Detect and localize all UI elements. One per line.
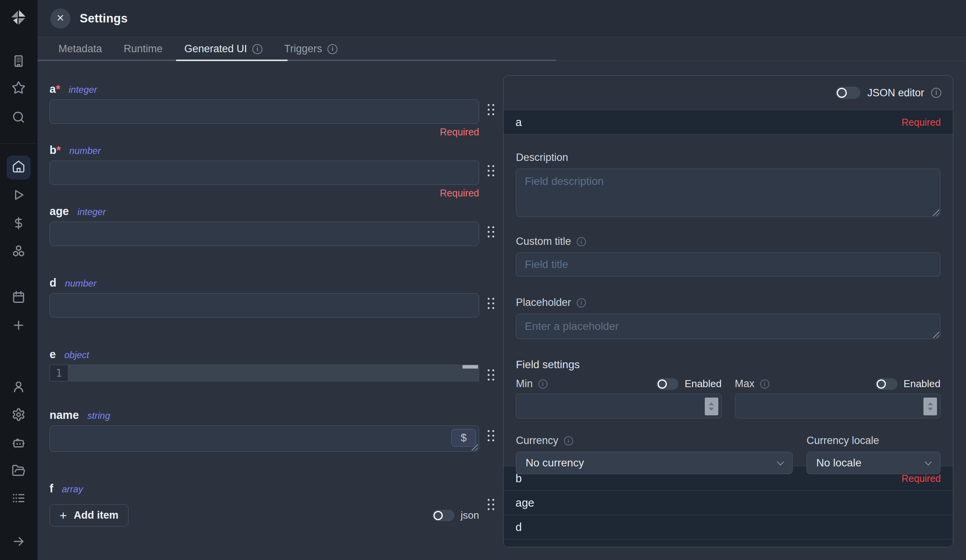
label-text: Currency — [516, 435, 558, 447]
drag-handle[interactable] — [479, 293, 502, 309]
sidebar-item-logs[interactable] — [7, 487, 31, 511]
drag-handle[interactable] — [479, 425, 502, 441]
schema-inspector-panel: JSON editor i a Required Description Fie… — [503, 75, 953, 547]
variable-picker-button[interactable]: $ — [451, 429, 476, 447]
accordion-header-a[interactable]: a Required — [504, 110, 953, 134]
grip-dots-icon — [488, 165, 494, 176]
accordion-header-age[interactable]: age — [504, 490, 953, 515]
robot-icon — [12, 436, 26, 451]
sidebar-item-search[interactable] — [7, 106, 31, 130]
editor-line-number: 1 — [50, 365, 68, 381]
drag-handle[interactable] — [479, 222, 502, 237]
accordion-field-name: a — [516, 116, 522, 129]
sidebar — [0, 0, 38, 560]
label-text: Custom title — [516, 236, 571, 248]
editor-scrollbar[interactable] — [462, 365, 478, 369]
page-title: Settings — [80, 12, 128, 26]
tab-triggers[interactable]: Triggers i — [284, 37, 337, 61]
max-enabled-toggle[interactable] — [875, 378, 897, 390]
field-textarea-name[interactable]: $ — [50, 425, 479, 452]
tab-generated-ui[interactable]: Generated UI i — [184, 37, 262, 61]
field-input-d[interactable] — [50, 293, 479, 318]
resize-grip-icon[interactable] — [932, 330, 939, 338]
tab-runtime[interactable]: Runtime — [124, 37, 163, 61]
field-label: age integer — [50, 205, 502, 218]
field-type: integer — [69, 84, 97, 95]
grip-dots-icon — [488, 499, 494, 510]
chevron-down-icon — [925, 458, 932, 465]
sidebar-item-settings[interactable] — [7, 403, 31, 427]
field-input-b[interactable] — [50, 160, 479, 185]
form-preview-pane: a* integer Required b* number — [38, 61, 503, 560]
min-number-input[interactable] — [516, 394, 722, 418]
sidebar-item-workers[interactable] — [7, 432, 31, 456]
currency-locale-select[interactable]: No locale — [807, 452, 940, 474]
accordion-header-partial[interactable] — [504, 539, 953, 547]
field-name: a — [50, 83, 56, 95]
close-button[interactable] — [50, 9, 70, 29]
field-block-e: e object 1 — [50, 348, 502, 409]
field-name: d — [50, 277, 57, 289]
logs-icon — [12, 491, 26, 507]
field-error: Required — [50, 188, 479, 198]
field-label: a* integer — [50, 83, 502, 96]
sidebar-item-workspace[interactable] — [7, 50, 31, 74]
field-type: integer — [77, 207, 106, 217]
field-editor-body: Description Field description Custom tit… — [504, 134, 953, 466]
sidebar-item-folders[interactable] — [7, 459, 31, 483]
placeholder-textarea[interactable]: Enter a placeholder — [516, 314, 940, 339]
sidebar-item-schedules[interactable] — [7, 286, 31, 310]
folder-open-icon — [12, 464, 26, 479]
tab-label: Runtime — [124, 43, 163, 55]
resize-grip-icon[interactable] — [932, 208, 939, 216]
currency-setting: Currency i No currency — [516, 435, 793, 474]
number-spinner[interactable] — [705, 398, 718, 415]
toggle-knob — [877, 379, 886, 389]
number-spinner[interactable] — [923, 398, 937, 415]
field-name: age — [50, 205, 69, 217]
add-item-button[interactable]: + Add item — [50, 504, 128, 526]
required-badge: Required — [902, 473, 941, 484]
generated-ui-content: a* integer Required b* number — [38, 61, 966, 560]
field-input-a[interactable] — [50, 99, 479, 124]
info-icon: i — [538, 379, 548, 389]
field-name: name — [50, 409, 79, 421]
currency-select[interactable]: No currency — [516, 452, 793, 474]
field-type: number — [65, 278, 96, 289]
json-mode-toggle[interactable] — [432, 510, 454, 521]
close-icon — [56, 13, 65, 24]
json-object-editor[interactable]: 1 — [50, 365, 479, 381]
sidebar-item-home[interactable] — [7, 155, 31, 179]
json-editor-label: JSON editor — [867, 87, 924, 99]
info-icon: i — [252, 44, 262, 54]
field-block-d: d number — [50, 277, 502, 328]
sidebar-item-resources[interactable] — [7, 240, 31, 264]
sidebar-item-variables[interactable] — [7, 212, 31, 236]
grip-dots-icon — [488, 298, 494, 309]
tab-label: Generated UI — [184, 43, 247, 55]
field-input-age[interactable] — [50, 222, 479, 246]
grip-dots-icon — [488, 369, 494, 381]
active-tab-underline — [176, 60, 288, 61]
sidebar-item-favorites[interactable] — [7, 77, 31, 101]
currency-settings: Currency i No currency Curren — [516, 435, 940, 474]
custom-title-label: Custom title i — [516, 236, 940, 248]
drag-handle[interactable] — [479, 365, 502, 381]
description-textarea[interactable]: Field description — [516, 169, 940, 217]
drag-handle[interactable] — [479, 160, 502, 176]
field-name: e — [50, 348, 56, 360]
sidebar-item-create[interactable] — [7, 314, 31, 338]
json-editor-toggle[interactable] — [836, 87, 860, 99]
chevron-down-icon — [777, 458, 784, 465]
calendar-icon — [12, 290, 26, 306]
sidebar-item-account[interactable] — [7, 376, 31, 400]
tab-metadata[interactable]: Metadata — [58, 37, 102, 61]
sidebar-item-runs[interactable] — [7, 184, 31, 208]
max-number-input[interactable] — [735, 394, 941, 418]
sidebar-item-expand[interactable] — [7, 530, 31, 554]
drag-handle[interactable] — [479, 99, 502, 115]
min-enabled-toggle[interactable] — [656, 378, 678, 390]
accordion-header-d[interactable]: d — [504, 515, 953, 539]
drag-handle[interactable] — [479, 499, 502, 510]
custom-title-input[interactable] — [516, 253, 940, 277]
